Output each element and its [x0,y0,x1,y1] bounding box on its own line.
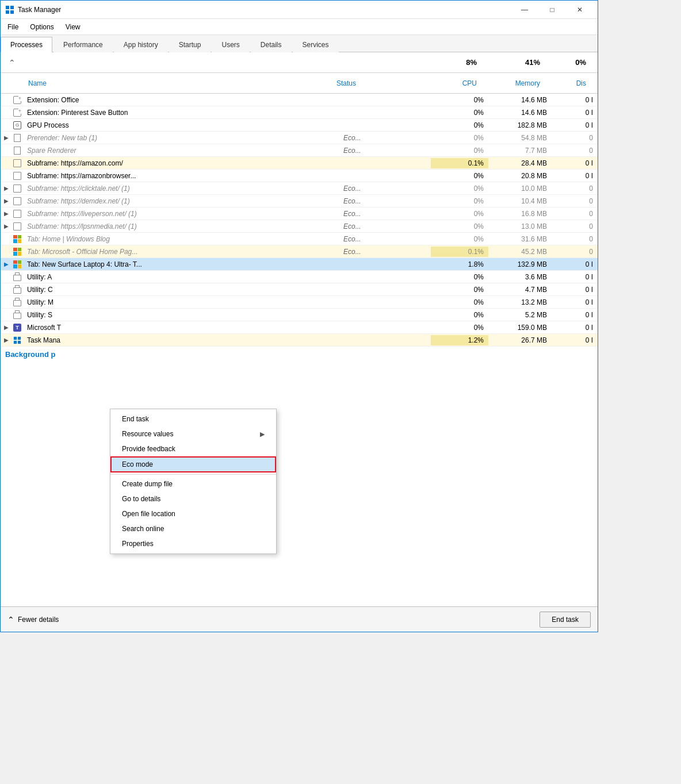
maximize-button[interactable]: □ [539,1,565,19]
process-icon [12,259,22,270]
svg-rect-3 [10,10,14,14]
process-icon [12,335,22,345]
tab-processes[interactable]: Processes [1,37,52,52]
process-icon [12,183,22,194]
ctx-go-to-details[interactable]: Go to details [110,491,276,506]
table-row[interactable]: ▶ Subframe: https://lpsnmedia.net/ (1) E… [1,220,598,233]
table-row[interactable]: Tab: Home | Windows Blog Eco... 0% 31.6 … [1,233,598,245]
minimize-button[interactable]: — [511,1,538,19]
table-row-selected[interactable]: ▶ Tab: New Surface Laptop 4: Ultra- T...… [1,258,598,271]
tab-services[interactable]: Services [293,37,339,52]
svg-rect-1 [10,6,14,9]
process-icon [12,158,22,168]
table-row[interactable]: Utility: S 0% 5.2 MB 0 I [1,309,598,321]
end-task-button[interactable]: End task [540,612,591,628]
close-button[interactable]: ✕ [567,1,593,19]
table-row[interactable]: Utility: C 0% 4.7 MB 0 I [1,283,598,296]
tab-users[interactable]: Users [212,37,249,52]
ctx-open-file-location[interactable]: Open file location [110,506,276,521]
table-row[interactable]: Utility: M 0% 13.2 MB 0 I [1,296,598,309]
sort-row: ⌃ 8% 41% 0% [1,52,598,73]
process-icon: T [12,322,22,333]
col-memory[interactable]: Memory [481,77,545,90]
tab-app-history[interactable]: App history [114,37,168,52]
ctx-resource-values[interactable]: Resource values ▶ [110,426,276,441]
process-icon [12,272,22,282]
window-title: Task Manager [18,6,511,14]
table-row[interactable]: Extension: Office 0% 14.6 MB 0 I [1,94,598,106]
background-section-header[interactable]: Background p [1,347,598,361]
table-row[interactable]: ▶ T Microsoft T 0% 159.0 MB 0 I [1,321,598,334]
disk-pct: 0% [545,57,591,68]
process-table[interactable]: Extension: Office 0% 14.6 MB 0 I Extensi… [1,94,598,606]
tab-performance[interactable]: Performance [53,37,113,52]
svg-rect-6 [14,340,17,343]
column-headers: Name Status CPU Memory Dis [1,73,598,94]
title-bar: Task Manager — □ ✕ [1,1,598,19]
svg-rect-0 [6,6,9,9]
process-icon [12,171,22,181]
ctx-provide-feedback[interactable]: Provide feedback [110,441,276,456]
tab-bar: Processes Performance App history Startu… [1,35,598,52]
col-status[interactable]: Status [332,77,424,90]
ctx-properties[interactable]: Properties [110,536,276,551]
col-disk[interactable]: Dis [545,77,591,90]
table-row[interactable]: ▶ Task Mana 1.2% 26.7 MB 0 I [1,334,598,347]
process-icon [12,221,22,232]
ctx-eco-mode[interactable]: Eco mode [110,456,276,472]
process-icon [12,107,22,118]
window-controls: — □ ✕ [511,1,593,19]
cpu-pct: 8% [424,57,481,68]
table-row[interactable]: ▶ Subframe: https://liveperson.net/ (1) … [1,207,598,220]
table-row[interactable]: G GPU Process 0% 182.8 MB 0 I [1,119,598,132]
process-icon [12,133,22,143]
content-area: ⌃ 8% 41% 0% Name Status CPU Memory Dis E… [1,52,598,606]
table-row[interactable]: Tab: Microsoft - Official Home Pag... Ec… [1,245,598,258]
process-icon: G [12,120,22,130]
process-icon [12,196,22,206]
process-icon [12,310,22,320]
fewer-details-button[interactable]: ⌃ Fewer details [7,615,59,624]
bottom-bar: ⌃ Fewer details End task [1,606,598,632]
menu-file[interactable]: File [3,21,23,33]
chevron-up-icon: ⌃ [7,615,14,624]
context-menu: End task Resource values ▶ Provide feedb… [110,409,277,554]
table-row[interactable]: Subframe: https://amazon.com/ 0.1% 28.4 … [1,157,598,170]
process-icon [12,234,22,244]
svg-rect-7 [18,340,21,343]
table-row[interactable]: Subframe: https://amazonbrowser... 0% 20… [1,170,598,182]
ctx-create-dump[interactable]: Create dump file [110,476,276,491]
ctx-end-task[interactable]: End task [110,412,276,426]
table-row[interactable]: Spare Renderer Eco... 0% 7.7 MB 0 [1,144,598,157]
submenu-arrow-icon: ▶ [260,431,265,438]
process-icon [12,145,22,156]
menu-bar: File Options View [1,19,598,35]
task-manager-window: Task Manager — □ ✕ File Options View Pro… [0,0,598,632]
memory-pct: 41% [481,57,545,68]
app-icon [5,5,14,14]
menu-options[interactable]: Options [25,21,58,33]
ctx-search-online[interactable]: Search online [110,521,276,536]
table-row[interactable]: Extension: Pinterest Save Button 0% 14.6… [1,106,598,119]
col-cpu[interactable]: CPU [424,77,481,90]
process-icon [12,285,22,295]
table-row[interactable]: ▶ Subframe: https://clicktale.net/ (1) E… [1,182,598,195]
process-icon [12,95,22,105]
tab-startup[interactable]: Startup [169,37,211,52]
table-row[interactable]: ▶ Prerender: New tab (1) Eco... 0% 54.8 … [1,132,598,144]
svg-rect-2 [6,10,9,14]
tab-details[interactable]: Details [251,37,292,52]
col-name[interactable]: Name [24,77,332,90]
process-icon [12,247,22,257]
svg-rect-5 [18,336,21,339]
process-icon [12,297,22,308]
menu-view[interactable]: View [61,21,85,33]
process-icon [12,209,22,219]
table-row[interactable]: ▶ Subframe: https://demdex.net/ (1) Eco.… [1,195,598,207]
ctx-separator [110,474,276,475]
svg-rect-4 [14,336,17,339]
table-row[interactable]: Utility: A 0% 3.6 MB 0 I [1,271,598,283]
